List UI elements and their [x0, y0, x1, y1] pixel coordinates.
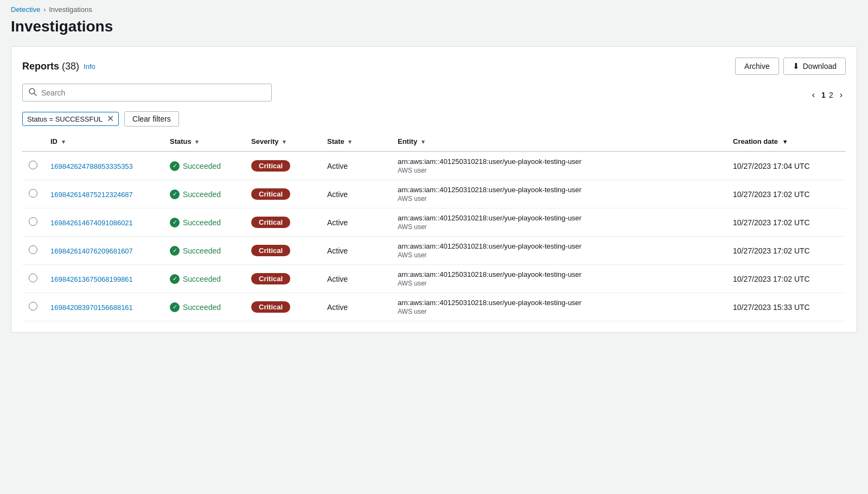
panel-title-row: Reports (38) Info [22, 61, 95, 72]
clear-filters-button[interactable]: Clear filters [124, 111, 179, 126]
status-label: Succeeded [183, 246, 221, 255]
row-id-link[interactable]: 169842614076209681607 [50, 247, 133, 255]
panel-header: Reports (38) Info Archive ⬇ Download [22, 58, 846, 75]
status-label: Succeeded [183, 162, 221, 170]
state-label: Active [327, 162, 348, 170]
nav-detective-link[interactable]: Detective [11, 5, 40, 14]
row-id-cell: 169842083970156688161 [44, 293, 163, 321]
row-radio-0[interactable] [29, 161, 37, 169]
state-label: Active [327, 190, 348, 199]
row-radio-3[interactable] [29, 245, 37, 254]
sort-icon-status: ▾ [195, 138, 199, 145]
creation-date-label: 10/27/2023 17:02 UTC [733, 246, 810, 255]
row-entity-cell: arn:aws:iam::401250310218:user/yue-playo… [391, 180, 726, 208]
table-header-row: ID ▾ Status ▾ Severity ▾ State ▾ Entity … [22, 132, 846, 151]
row-severity-cell: Critical [245, 265, 321, 293]
archive-button[interactable]: Archive [735, 58, 779, 75]
reports-panel: Reports (38) Info Archive ⬇ Download [11, 46, 857, 333]
sort-icon-id: ▾ [62, 138, 65, 145]
row-creation-date-cell: 10/27/2023 17:02 UTC [726, 180, 846, 208]
col-header-state[interactable]: State ▾ [321, 132, 391, 151]
chip-close-button[interactable]: ✕ [107, 115, 114, 123]
page-2[interactable]: 2 [829, 91, 833, 99]
col-header-entity[interactable]: Entity ▾ [391, 132, 726, 151]
search-bar[interactable] [22, 84, 272, 102]
row-checkbox-cell [22, 237, 44, 265]
row-severity-cell: Critical [245, 151, 321, 180]
row-radio-1[interactable] [29, 189, 37, 198]
row-creation-date-cell: 10/27/2023 15:33 UTC [726, 293, 846, 321]
next-page-button[interactable]: › [837, 89, 846, 101]
sort-icon-creation: ▼ [782, 138, 788, 145]
state-label: Active [327, 218, 348, 227]
prev-page-button[interactable]: ‹ [809, 89, 818, 101]
reports-table: ID ▾ Status ▾ Severity ▾ State ▾ Entity … [22, 132, 846, 321]
row-id-link[interactable]: 169842083970156688161 [50, 303, 133, 312]
table-row: 169842083970156688161 ✓ Succeeded Critic… [22, 293, 846, 321]
row-id-link[interactable]: 169842614875212324687 [50, 191, 133, 199]
row-status-cell: ✓ Succeeded [163, 265, 245, 293]
col-header-severity[interactable]: Severity ▾ [245, 132, 321, 151]
check-circle-icon: ✓ [170, 218, 180, 227]
status-label: Succeeded [183, 275, 221, 283]
entity-type: AWS user [398, 251, 720, 259]
creation-date-label: 10/27/2023 17:04 UTC [733, 162, 810, 170]
status-filter-chip: Status = SUCCESSFUL ✕ [22, 112, 119, 126]
page-1[interactable]: 1 [821, 91, 826, 99]
entity-arn: arn:aws:iam::401250310218:user/yue-playo… [398, 186, 720, 194]
row-entity-cell: arn:aws:iam::401250310218:user/yue-playo… [391, 151, 726, 180]
row-radio-2[interactable] [29, 217, 37, 226]
col-header-id[interactable]: ID ▾ [44, 132, 163, 151]
row-entity-cell: arn:aws:iam::401250310218:user/yue-playo… [391, 265, 726, 293]
row-creation-date-cell: 10/27/2023 17:04 UTC [726, 151, 846, 180]
pagination: ‹ 1 2 › [809, 89, 846, 101]
row-id-link[interactable]: 169842624788853335353 [50, 162, 133, 170]
entity-type: AWS user [398, 167, 720, 174]
status-label: Succeeded [183, 190, 221, 199]
row-checkbox-cell [22, 293, 44, 321]
row-checkbox-cell [22, 151, 44, 180]
table-row: 169842613675068199861 ✓ Succeeded Critic… [22, 265, 846, 293]
status-succeeded: ✓ Succeeded [170, 246, 238, 256]
row-checkbox-cell [22, 180, 44, 208]
status-succeeded: ✓ Succeeded [170, 189, 238, 199]
entity-arn: arn:aws:iam::401250310218:user/yue-playo… [398, 270, 720, 278]
creation-date-label: 10/27/2023 17:02 UTC [733, 190, 810, 199]
breadcrumb-current: Investigations [49, 5, 92, 14]
row-id-cell: 169842624788853335353 [44, 151, 163, 180]
row-status-cell: ✓ Succeeded [163, 293, 245, 321]
chip-label: Status = SUCCESSFUL [27, 115, 103, 123]
row-id-link[interactable]: 169842613675068199861 [50, 275, 133, 283]
col-header-status[interactable]: Status ▾ [163, 132, 245, 151]
search-input[interactable] [41, 88, 266, 97]
col-header-creation-date[interactable]: Creation date ▼ [726, 132, 846, 151]
entity-arn: arn:aws:iam::401250310218:user/yue-playo… [398, 157, 720, 166]
row-state-cell: Active [321, 151, 391, 180]
severity-badge: Critical [251, 217, 290, 228]
creation-date-label: 10/27/2023 15:33 UTC [733, 303, 810, 312]
download-button[interactable]: ⬇ Download [783, 58, 846, 75]
severity-badge: Critical [251, 160, 290, 172]
row-checkbox-cell [22, 208, 44, 237]
info-link[interactable]: Info [84, 62, 95, 71]
status-succeeded: ✓ Succeeded [170, 161, 238, 171]
row-entity-cell: arn:aws:iam::401250310218:user/yue-playo… [391, 237, 726, 265]
table-row: 169842614674091086021 ✓ Succeeded Critic… [22, 208, 846, 237]
main-content: Reports (38) Info Archive ⬇ Download [0, 46, 868, 344]
row-status-cell: ✓ Succeeded [163, 208, 245, 237]
check-circle-icon: ✓ [170, 189, 180, 199]
check-circle-icon: ✓ [170, 161, 180, 171]
row-state-cell: Active [321, 265, 391, 293]
row-id-link[interactable]: 169842614674091086021 [50, 219, 133, 227]
row-status-cell: ✓ Succeeded [163, 180, 245, 208]
row-id-cell: 169842613675068199861 [44, 265, 163, 293]
row-entity-cell: arn:aws:iam::401250310218:user/yue-playo… [391, 208, 726, 237]
row-status-cell: ✓ Succeeded [163, 151, 245, 180]
breadcrumb-sep: › [43, 6, 46, 14]
row-radio-5[interactable] [29, 302, 37, 311]
row-radio-4[interactable] [29, 274, 37, 282]
entity-type: AWS user [398, 308, 720, 315]
entity-arn: arn:aws:iam::401250310218:user/yue-playo… [398, 214, 720, 222]
search-icon [28, 87, 37, 98]
status-succeeded: ✓ Succeeded [170, 302, 238, 312]
